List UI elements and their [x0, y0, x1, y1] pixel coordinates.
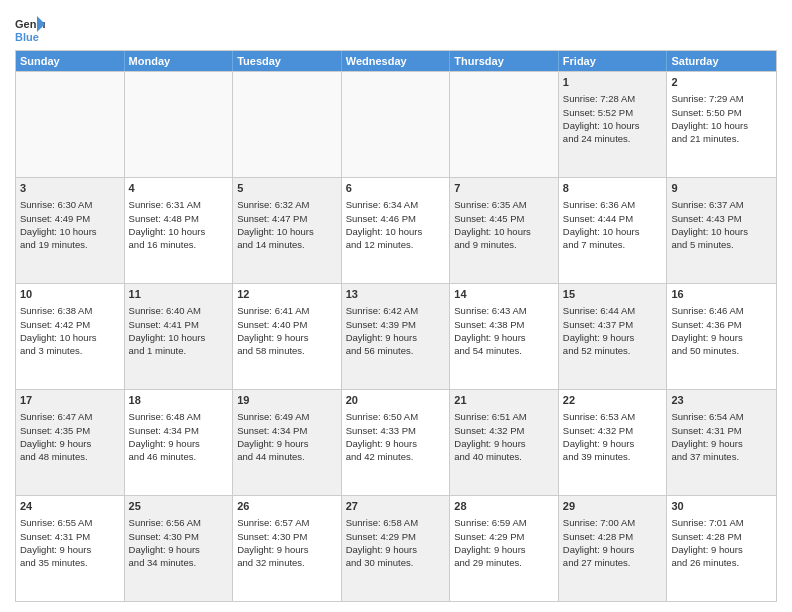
calendar-cell	[125, 72, 234, 177]
day-info: Sunset: 4:29 PM	[454, 530, 554, 543]
day-info: Sunrise: 6:31 AM	[129, 198, 229, 211]
day-info: Sunset: 4:42 PM	[20, 318, 120, 331]
day-info: Sunset: 5:50 PM	[671, 106, 772, 119]
calendar-cell: 12Sunrise: 6:41 AMSunset: 4:40 PMDayligh…	[233, 284, 342, 389]
day-info: Sunrise: 6:56 AM	[129, 516, 229, 529]
day-info: and 27 minutes.	[563, 556, 663, 569]
day-info: Daylight: 10 hours	[129, 331, 229, 344]
calendar-cell: 15Sunrise: 6:44 AMSunset: 4:37 PMDayligh…	[559, 284, 668, 389]
day-info: Sunset: 4:30 PM	[129, 530, 229, 543]
day-info: Sunrise: 6:59 AM	[454, 516, 554, 529]
calendar-cell	[342, 72, 451, 177]
day-info: and 30 minutes.	[346, 556, 446, 569]
day-info: Sunset: 4:43 PM	[671, 212, 772, 225]
svg-text:Blue: Blue	[15, 31, 39, 43]
day-info: and 14 minutes.	[237, 238, 337, 251]
day-info: Sunset: 4:30 PM	[237, 530, 337, 543]
calendar-cell: 25Sunrise: 6:56 AMSunset: 4:30 PMDayligh…	[125, 496, 234, 601]
calendar-cell: 8Sunrise: 6:36 AMSunset: 4:44 PMDaylight…	[559, 178, 668, 283]
day-number: 1	[563, 75, 663, 90]
day-info: Sunrise: 6:48 AM	[129, 410, 229, 423]
day-info: and 58 minutes.	[237, 344, 337, 357]
calendar-cell: 10Sunrise: 6:38 AMSunset: 4:42 PMDayligh…	[16, 284, 125, 389]
calendar-cell: 29Sunrise: 7:00 AMSunset: 4:28 PMDayligh…	[559, 496, 668, 601]
calendar-cell: 2Sunrise: 7:29 AMSunset: 5:50 PMDaylight…	[667, 72, 776, 177]
day-info: and 35 minutes.	[20, 556, 120, 569]
day-info: and 19 minutes.	[20, 238, 120, 251]
day-info: Sunset: 4:39 PM	[346, 318, 446, 331]
day-info: Daylight: 9 hours	[671, 331, 772, 344]
day-number: 26	[237, 499, 337, 514]
day-info: Sunset: 5:52 PM	[563, 106, 663, 119]
day-number: 14	[454, 287, 554, 302]
calendar-cell: 7Sunrise: 6:35 AMSunset: 4:45 PMDaylight…	[450, 178, 559, 283]
day-info: and 34 minutes.	[129, 556, 229, 569]
day-info: and 40 minutes.	[454, 450, 554, 463]
day-info: Sunset: 4:44 PM	[563, 212, 663, 225]
calendar-header: SundayMondayTuesdayWednesdayThursdayFrid…	[16, 51, 776, 71]
calendar-cell: 16Sunrise: 6:46 AMSunset: 4:36 PMDayligh…	[667, 284, 776, 389]
day-number: 8	[563, 181, 663, 196]
day-info: and 52 minutes.	[563, 344, 663, 357]
day-number: 12	[237, 287, 337, 302]
day-number: 27	[346, 499, 446, 514]
day-info: Sunrise: 6:30 AM	[20, 198, 120, 211]
day-info: Sunset: 4:49 PM	[20, 212, 120, 225]
day-number: 20	[346, 393, 446, 408]
calendar-cell: 23Sunrise: 6:54 AMSunset: 4:31 PMDayligh…	[667, 390, 776, 495]
day-number: 15	[563, 287, 663, 302]
day-number: 21	[454, 393, 554, 408]
day-info: Daylight: 10 hours	[20, 331, 120, 344]
day-info: Sunrise: 7:00 AM	[563, 516, 663, 529]
day-info: Daylight: 9 hours	[237, 437, 337, 450]
logo: General Blue	[15, 14, 49, 44]
header-day-tuesday: Tuesday	[233, 51, 342, 71]
day-info: Daylight: 9 hours	[237, 331, 337, 344]
day-info: Daylight: 10 hours	[671, 225, 772, 238]
calendar-cell: 4Sunrise: 6:31 AMSunset: 4:48 PMDaylight…	[125, 178, 234, 283]
day-info: Sunrise: 6:51 AM	[454, 410, 554, 423]
day-info: Sunrise: 6:47 AM	[20, 410, 120, 423]
day-info: Daylight: 9 hours	[454, 437, 554, 450]
calendar-cell: 6Sunrise: 6:34 AMSunset: 4:46 PMDaylight…	[342, 178, 451, 283]
day-info: Sunset: 4:46 PM	[346, 212, 446, 225]
calendar-cell: 11Sunrise: 6:40 AMSunset: 4:41 PMDayligh…	[125, 284, 234, 389]
day-number: 23	[671, 393, 772, 408]
calendar-cell: 13Sunrise: 6:42 AMSunset: 4:39 PMDayligh…	[342, 284, 451, 389]
day-info: Sunrise: 6:37 AM	[671, 198, 772, 211]
day-number: 7	[454, 181, 554, 196]
day-info: Sunset: 4:37 PM	[563, 318, 663, 331]
day-info: Sunset: 4:36 PM	[671, 318, 772, 331]
header-day-sunday: Sunday	[16, 51, 125, 71]
day-info: Sunset: 4:48 PM	[129, 212, 229, 225]
day-info: Daylight: 10 hours	[237, 225, 337, 238]
day-info: Daylight: 9 hours	[454, 331, 554, 344]
day-info: Daylight: 9 hours	[671, 437, 772, 450]
day-info: Sunrise: 6:53 AM	[563, 410, 663, 423]
page: General Blue SundayMondayTuesdayWednesda…	[0, 0, 792, 612]
day-number: 6	[346, 181, 446, 196]
day-info: Daylight: 10 hours	[129, 225, 229, 238]
day-info: and 5 minutes.	[671, 238, 772, 251]
day-info: and 26 minutes.	[671, 556, 772, 569]
day-number: 19	[237, 393, 337, 408]
calendar-cell: 17Sunrise: 6:47 AMSunset: 4:35 PMDayligh…	[16, 390, 125, 495]
day-info: Daylight: 9 hours	[454, 543, 554, 556]
day-info: Sunrise: 6:44 AM	[563, 304, 663, 317]
day-info: Daylight: 9 hours	[346, 543, 446, 556]
day-info: and 21 minutes.	[671, 132, 772, 145]
day-info: Daylight: 9 hours	[20, 543, 120, 556]
day-info: Sunset: 4:40 PM	[237, 318, 337, 331]
day-info: Daylight: 10 hours	[671, 119, 772, 132]
day-info: and 32 minutes.	[237, 556, 337, 569]
day-info: Sunset: 4:47 PM	[237, 212, 337, 225]
day-info: Sunrise: 6:50 AM	[346, 410, 446, 423]
day-number: 3	[20, 181, 120, 196]
day-info: Daylight: 9 hours	[346, 437, 446, 450]
day-info: and 56 minutes.	[346, 344, 446, 357]
day-info: and 39 minutes.	[563, 450, 663, 463]
logo-icon: General Blue	[15, 14, 45, 44]
calendar-row-2: 10Sunrise: 6:38 AMSunset: 4:42 PMDayligh…	[16, 283, 776, 389]
calendar-cell: 24Sunrise: 6:55 AMSunset: 4:31 PMDayligh…	[16, 496, 125, 601]
day-number: 28	[454, 499, 554, 514]
